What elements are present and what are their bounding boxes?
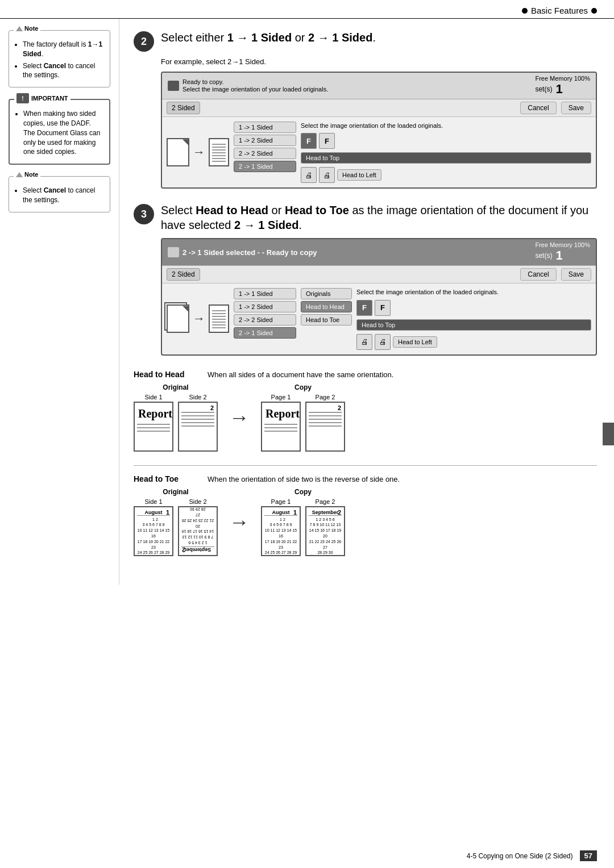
panel1-cancel-btn[interactable]: Cancel [520,102,556,114]
important-list: When making two sided copies, use the DA… [15,109,103,157]
panel2-header: 2 -> 1 Sided selected - - Ready to copy … [162,239,596,266]
htt-page2-doc: 2 September 1 2 3 4 5 6 7 8 9 10 11 12 1… [305,506,345,556]
hth-copy-group: Copy Page 1 Report [261,383,345,452]
htt-page1-doc: 1 August 1 2 3 4 5 6 7 8 9 10 11 12 13 1… [261,506,301,556]
panel1-options: 1 -> 1 Sided 1 -> 2 Sided 2 -> 2 Sided 2… [234,122,296,183]
htt-page2: Page 2 2 September 1 2 3 4 5 6 7 8 9 10 … [305,498,345,556]
hth-original-group: Original Side 1 Report [134,383,218,452]
panel2-save-btn[interactable]: Save [561,268,591,281]
hth-copy-line-2c [309,419,342,420]
panel1-opt-2[interactable]: 1 -> 2 Sided [234,135,296,146]
hth-report-text: Report [135,403,172,423]
panel1-head-top-btn[interactable]: Head to Top [301,152,591,164]
header-dot-left [522,8,528,14]
hth-line-2c [181,419,214,420]
panel1-orient-icons: F F [301,133,591,149]
note-item-1-2: Select Cancel to cancel the settings. [23,61,104,81]
panel2-ready-text: 2 -> 1 Sided selected - - Ready to copy [182,248,317,257]
note-triangle-1 [16,26,23,31]
panel2-orient-icon-small-2: 🖨 [375,334,391,350]
header-dot-right [591,8,597,14]
footer-section: 4-5 Copying on One Side (2 Sided) [467,852,573,860]
head-to-head-title: Head to Head [134,370,196,379]
head-to-toe-title-row: Head to Toe When the orientation of side… [134,474,597,483]
hth-page2-label: Page 2 [316,394,335,400]
page-body: Note The factory default is 1→1 Sided. S… [0,19,614,585]
head-to-toe-desc: When the orientation of side two is the … [208,475,400,483]
htt-original-pages: Side 1 1 August 1 2 3 4 5 6 7 8 9 10 11 … [134,498,218,556]
panel1-head-left-btn[interactable]: Head to Left [337,169,381,181]
hth-copy-line-2b [309,415,342,416]
panel2-orient-icon-f1: F [356,300,372,316]
diagram-separator [134,465,597,466]
htt-side2-label: Side 2 [189,498,206,505]
panel2-head-top-btn[interactable]: Head to Top [356,319,591,331]
hth-side2-doc: 2 [178,402,218,452]
panel1-ready-line2: Select the image orientation of your loa… [182,86,328,93]
note-label-text-1: Note [24,25,38,32]
hth-copy-line-2a [309,412,342,413]
main-content: 2 Select either 1 → 1 Sided or 2 → 1 Sid… [119,19,614,585]
htt-original-group: Original Side 1 1 August 1 2 3 4 5 6 7 8 [134,488,218,556]
printer-icon-1 [168,81,179,91]
panel2-cancel-btn[interactable]: Cancel [520,268,556,281]
panel2-ready-line1: 2 -> 1 Sided selected - - Ready to copy [182,248,317,257]
panel2-opt-4[interactable]: 2 -> 1 Sided [234,327,296,339]
panel1-opt-4[interactable]: 2 -> 1 Sided [234,161,296,172]
right-tab [603,423,614,445]
panel1-opt-3[interactable]: 2 -> 2 Sided [234,148,296,159]
panel2-sets-number: 1 [555,248,562,263]
panel1-header-right: Free Memory 100% set(s) 1 [535,75,590,97]
htt-copy-pages: Page 1 1 August 1 2 3 4 5 6 7 8 9 10 11 … [261,498,345,556]
hth-copy-line-1c [264,431,297,432]
htt-side1-label: Side 1 [144,498,162,505]
panel2-toolbar: 2 Sided Cancel Save [162,266,596,283]
panel2-doc-icons: → [167,288,229,349]
panel2-orient-icon-f2: F [375,300,391,316]
head-to-head-diagram: Head to Head When all sides of a documen… [134,370,597,452]
panel2-mid-originals[interactable]: Originals [301,288,352,299]
panel2-head-left-row: 🖨 🖨 Head to Left [356,334,591,350]
hth-copy-label: Copy [294,383,312,391]
hth-page2-num: 2 [338,404,341,411]
note-triangle-2 [16,172,23,177]
hth-side2-label: Side 2 [189,394,206,400]
panel1-opt-1[interactable]: 1 -> 1 Sided [234,122,296,133]
hth-line-1c [137,431,170,432]
panel1-orient-icon-f2: F [319,133,335,149]
panel1-doc-icons: → [167,122,229,183]
head-to-head-columns: Original Side 1 Report [134,383,597,452]
panel2-sets-row: set(s) 1 [535,248,590,263]
panel1-arrow: → [193,145,205,160]
panel1-right: Select the image orientation of the load… [301,122,591,183]
note-label-1: Note [14,25,40,32]
panel2-opt-2[interactable]: 1 -> 2 Sided [234,301,296,312]
panel2-arrow: → [193,311,205,326]
panel2-toolbar-2sided[interactable]: 2 Sided [167,268,200,281]
panel2-opt-1[interactable]: 1 -> 1 Sided [234,288,296,299]
htt-side2-doc: 2 September 1 2 3 4 5 6 7 8 9 10 11 12 1… [178,506,218,556]
panel2-header-left: 2 -> 1 Sided selected - - Ready to copy [168,247,317,257]
panel2-orient-text: Select the image orientation of the load… [356,288,591,296]
step2-circle: 2 [134,31,154,52]
panel1-sets-number: 1 [555,82,562,97]
step3-heading: 3 Select Head to Head or Head to Toe as … [134,203,597,232]
note-box-1: Note The factory default is 1→1 Sided. S… [9,30,110,87]
panel1-toolbar-2sided[interactable]: 2 Sided [167,102,200,114]
panel2-mid-head-head[interactable]: Head to Head [301,301,352,312]
hth-copy-line-2d [309,422,342,423]
hth-side1-label: Side 1 [144,394,162,400]
note-label-2: Note [14,171,40,178]
panel1-doc-icon-left [167,138,189,166]
panel2-mid-head-toe[interactable]: Head to Toe [301,314,352,326]
htt-side1-num: 1 [166,509,169,516]
panel2-right: Select the image orientation of the load… [356,288,591,349]
important-label: IMPORTANT [14,93,70,103]
hth-page2-doc: 2 [305,402,345,452]
panel1-save-btn[interactable]: Save [561,102,591,114]
htt-side2-num: 2 [182,546,185,553]
panel2-middle: Originals Head to Head Head to Toe [301,288,352,349]
panel2-opt-3[interactable]: 2 -> 2 Sided [234,314,296,326]
panel2-head-left-btn[interactable]: Head to Left [393,336,437,348]
panel2-body: → 1 -> 1 Sided 1 -> 2 Sided 2 -> 2 Sided… [162,283,596,354]
